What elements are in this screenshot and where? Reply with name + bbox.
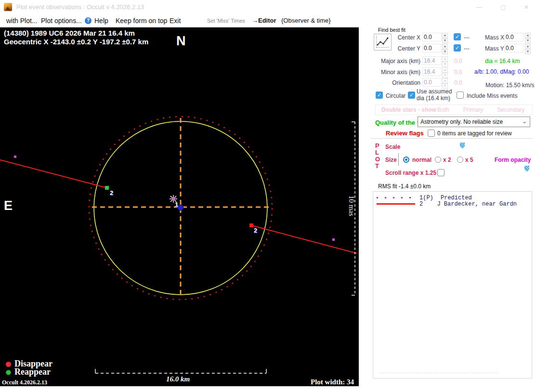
motion-text: Motion: 15.50 km/s: [485, 82, 534, 89]
menu-keep-form-on-top[interactable]: Keep form on top: [116, 17, 167, 25]
observation-name: Predicted: [441, 195, 472, 201]
center-y-label: Center Y: [392, 45, 420, 52]
size-x5-radio[interactable]: [457, 157, 463, 163]
double-stars-secondary: Secondary: [497, 106, 524, 113]
center-y-checkbox[interactable]: ✓: [454, 44, 461, 52]
plot-width-label: Plot width: 34 km: [311, 378, 359, 392]
double-stars-title: Double stars - show: [381, 106, 436, 113]
find-best-fit-label: Find best fit: [378, 27, 405, 33]
disappear-legend-dot: [6, 362, 11, 367]
observation-number: 1(P): [419, 195, 433, 201]
star-number-label: 1: [175, 201, 178, 208]
minor-axis-spinner: ▲▼: [442, 67, 448, 77]
include-miss-label: Include Miss events: [467, 92, 517, 99]
menu-exit[interactable]: Exit: [170, 17, 181, 25]
use-assumed-checkbox[interactable]: ✓: [408, 91, 415, 99]
plot-group-divider: [371, 138, 533, 139]
menu-plot-options[interactable]: Plot options...: [41, 17, 82, 25]
major-axis-input: 16.4: [422, 56, 442, 65]
center-y-input[interactable]: 0.0: [422, 44, 442, 52]
km-scale-label: 16.0 km: [166, 375, 190, 383]
reappear-legend-dot: [6, 370, 11, 375]
scale-slider-thumb[interactable]: [460, 143, 465, 149]
center-marker: [178, 205, 183, 210]
form-opacity-slider-thumb[interactable]: [524, 166, 529, 172]
review-flags-label: Review flags: [386, 130, 424, 137]
menu-editor[interactable]: →Editor: [252, 17, 276, 24]
list-item[interactable]: 1(P) Predicted: [373, 195, 532, 201]
version-label: Occult 4.2026.2.13: [2, 379, 47, 386]
plot-graphics: [0, 27, 359, 386]
menu-help[interactable]: Help: [94, 17, 108, 25]
size-separator: [398, 153, 399, 166]
reappear-legend-label: Reappear: [14, 367, 51, 377]
plot-canvas[interactable]: (14380) 1989 UC6 2026 Mar 21 16.4 km Geo…: [0, 27, 359, 386]
mass-y-spinner[interactable]: ▲▼: [525, 44, 531, 53]
minor-axis-alt-value: 0.0: [454, 69, 462, 76]
minor-axis-label: Minor axis (km): [378, 69, 420, 76]
quality-of-fit-value: Astrometry only. No reliable size: [420, 118, 503, 125]
center-x-label: Center X: [392, 34, 420, 41]
mass-x-spinner[interactable]: ▲▼: [525, 33, 531, 42]
window-title: Plot event observations : Occult v 4.202…: [16, 3, 144, 11]
major-axis-label: Major axis (km): [378, 58, 420, 65]
application-window: Plot event observations : Occult v 4.202…: [0, 0, 536, 392]
center-x-input[interactable]: 0.0: [422, 33, 442, 41]
best-fit-chart-icon: [376, 36, 389, 48]
scale-label: Scale: [385, 144, 400, 150]
size-x2-label: x 2: [443, 157, 451, 163]
mas-scale-label: 10 mas: [347, 192, 355, 220]
rms-fit-text: RMS fit -1.4 ±0.0 km: [378, 183, 431, 190]
center-x-spinner[interactable]: ▲▼: [442, 33, 448, 42]
mass-x-label: Mass X: [485, 34, 504, 41]
reappear-marker[interactable]: [105, 186, 109, 190]
minimize-button[interactable]: —: [472, 2, 486, 13]
observations-list[interactable]: 1(P) Predicted 2 J Bardecker, near Gardn: [373, 191, 532, 379]
disappear-marker[interactable]: [249, 223, 253, 227]
menu-set-miss-times[interactable]: Set 'Miss' Times: [207, 18, 245, 24]
miss-marker-right: [332, 238, 335, 241]
scroll-range-checkbox[interactable]: [437, 169, 444, 176]
center-y-dash: ---: [464, 45, 470, 52]
observation-name: J Bardecker, near Gardn: [430, 201, 517, 208]
quality-of-fit-label: Quality of the fit: [375, 119, 423, 126]
form-opacity-label: Form opacity: [495, 157, 531, 163]
disappear-number-label: 2: [254, 227, 257, 234]
include-miss-checkbox[interactable]: [457, 91, 464, 99]
star-symbol-core: [172, 197, 174, 200]
title-bar: Plot event observations : Occult v 4.202…: [0, 0, 536, 14]
quality-of-fit-dropdown[interactable]: Astrometry only. No reliable size ⌄: [418, 117, 530, 127]
observation-number: 2: [419, 201, 423, 208]
list-item[interactable]: 2 J Bardecker, near Gardn: [373, 201, 532, 207]
menu-with-plot[interactable]: with Plot...: [6, 17, 38, 25]
list-bottom-line: [380, 373, 497, 373]
chord2-pre-segment: [0, 160, 107, 188]
close-button[interactable]: ✕: [519, 2, 534, 13]
minor-axis-input: 16.4: [422, 67, 442, 76]
dia-text: dia = 16.4 km: [485, 58, 520, 65]
size-x5-label: x 5: [465, 157, 473, 163]
orientation-alt-value: 0.0: [454, 79, 462, 86]
find-best-fit-button[interactable]: [374, 34, 392, 51]
mass-x-input[interactable]: 0.0: [504, 33, 523, 41]
mass-y-label: Mass Y: [485, 45, 504, 52]
chord1-line-sample: [377, 197, 415, 198]
miss-marker-left: [14, 156, 16, 158]
scroll-range-label: Scroll range x 1.25: [385, 170, 436, 176]
circular-checkbox[interactable]: ✓: [376, 91, 383, 99]
size-normal-radio[interactable]: [403, 157, 409, 163]
chord2-line-sample: [377, 203, 415, 205]
menu-observer-time[interactable]: {Observer & time}: [281, 17, 331, 24]
control-panel: Find best fit Center X 0.0 ▲▼ ✓ --- Mass…: [359, 24, 536, 392]
size-x2-radio[interactable]: [435, 157, 441, 163]
review-flags-checkbox[interactable]: [428, 130, 435, 137]
review-flags-text: 0 items are tagged for review: [437, 130, 512, 137]
maximize-button[interactable]: ▢: [496, 2, 510, 13]
center-y-spinner[interactable]: ▲▼: [442, 44, 448, 53]
mass-y-input[interactable]: 0.0: [504, 44, 523, 52]
north-label: N: [176, 34, 186, 49]
center-x-checkbox[interactable]: ✓: [454, 33, 461, 40]
double-stars-both: Both: [437, 106, 449, 113]
reappear-number-label: 2: [110, 189, 113, 196]
double-stars-primary: Primary: [463, 106, 483, 113]
